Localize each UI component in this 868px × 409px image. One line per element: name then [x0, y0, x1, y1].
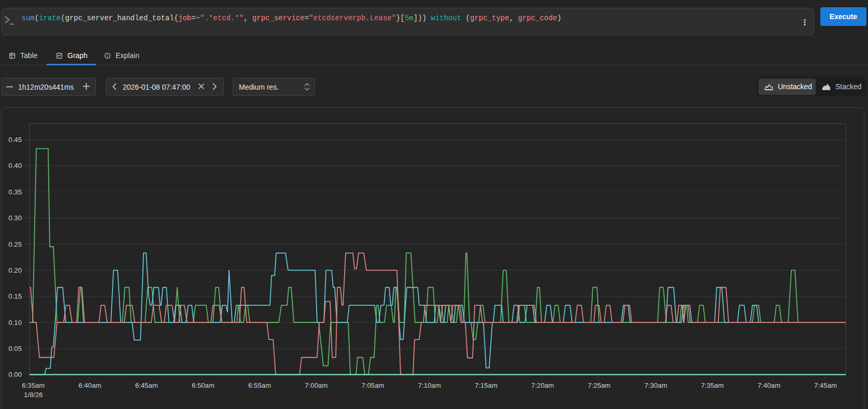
svg-text:6:55am: 6:55am — [248, 382, 271, 389]
svg-text:7:00am: 7:00am — [305, 382, 328, 389]
svg-text:0.00: 0.00 — [8, 371, 22, 378]
svg-text:7:15am: 7:15am — [475, 382, 497, 389]
svg-text:0.35: 0.35 — [8, 188, 22, 196]
svg-text:7:45am: 7:45am — [814, 382, 837, 389]
svg-text:6:35am: 6:35am — [22, 382, 45, 389]
svg-text:0.45: 0.45 — [8, 136, 22, 144]
svg-text:0.30: 0.30 — [8, 214, 22, 222]
svg-text:6:45am: 6:45am — [135, 382, 158, 389]
svg-text:7:40am: 7:40am — [758, 382, 780, 389]
svg-text:1/8/26: 1/8/26 — [24, 391, 43, 399]
svg-text:0.20: 0.20 — [8, 266, 22, 274]
svg-text:0.15: 0.15 — [8, 292, 22, 300]
svg-text:6:50am: 6:50am — [192, 382, 215, 389]
svg-text:7:05am: 7:05am — [362, 382, 385, 389]
svg-text:0.10: 0.10 — [8, 319, 22, 327]
svg-text:7:10am: 7:10am — [418, 382, 441, 389]
svg-text:7:25am: 7:25am — [588, 382, 610, 389]
svg-text:7:35am: 7:35am — [701, 382, 724, 389]
svg-text:7:20am: 7:20am — [531, 382, 554, 389]
svg-text:0.40: 0.40 — [8, 162, 22, 170]
svg-text:6:40am: 6:40am — [79, 382, 102, 389]
svg-text:7:30am: 7:30am — [645, 382, 667, 389]
svg-text:0.25: 0.25 — [8, 241, 22, 248]
svg-text:0.05: 0.05 — [8, 345, 22, 352]
